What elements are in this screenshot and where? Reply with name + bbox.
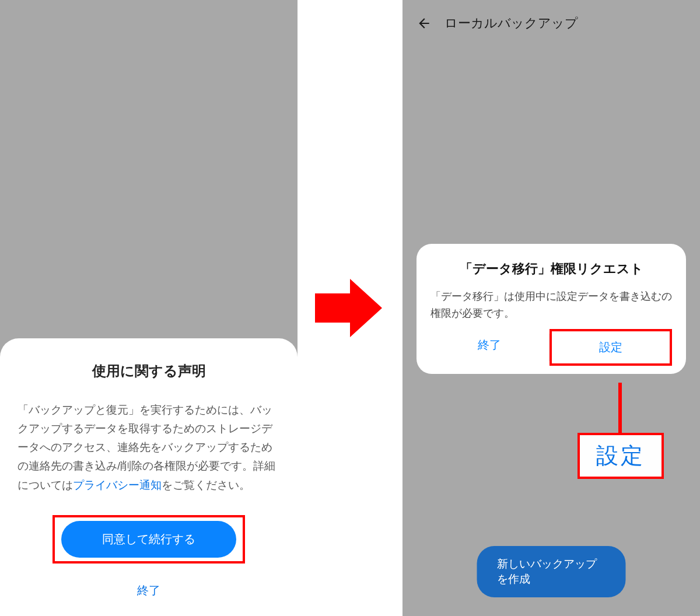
callout-connector-vertical: [618, 383, 622, 433]
sheet-title: 使用に関する声明: [18, 362, 280, 380]
sheet-body-suffix: をご覧ください。: [162, 479, 250, 491]
agree-button-highlight: 同意して続行する: [52, 515, 245, 564]
dialog-settings-button[interactable]: 設定: [550, 329, 673, 366]
dialog-body: 「データ移行」は使用中に設定データを書き込むの権限が必要です。: [430, 288, 672, 322]
flow-gap: [298, 0, 402, 616]
back-icon[interactable]: [416, 16, 432, 31]
header: ローカルバックアップ: [402, 0, 700, 47]
dialog-exit-button[interactable]: 終了: [430, 329, 549, 366]
agree-continue-button[interactable]: 同意して続行する: [61, 521, 236, 558]
privacy-link[interactable]: プライバシー通知: [73, 479, 162, 491]
sheet-body-prefix: 「バックアップと復元」を実行するためには、バックアップするデータを取得するための…: [18, 404, 275, 491]
exit-button[interactable]: 終了: [18, 574, 280, 604]
consent-bottom-sheet: 使用に関する声明 「バックアップと復元」を実行するためには、バックアップするデー…: [0, 338, 298, 616]
svg-marker-0: [315, 279, 382, 337]
right-screenshot: ローカルバックアップ 「データ移行」権限リクエスト 「データ移行」は使用中に設定…: [402, 0, 700, 616]
arrow-right-icon: [315, 276, 385, 340]
sheet-body: 「バックアップと復元」を実行するためには、バックアップするデータを取得するための…: [18, 401, 280, 495]
left-screenshot: 使用に関する声明 「バックアップと復元」を実行するためには、バックアップするデー…: [0, 0, 298, 616]
dialog-title: 「データ移行」権限リクエスト: [430, 260, 672, 278]
permission-dialog: 「データ移行」権限リクエスト 「データ移行」は使用中に設定データを書き込むの権限…: [416, 244, 686, 374]
dialog-actions: 終了 設定: [430, 329, 672, 366]
header-title: ローカルバックアップ: [444, 15, 578, 32]
create-backup-button[interactable]: 新しいバックアップを作成: [477, 546, 626, 597]
settings-callout-label: 設定: [578, 433, 664, 479]
